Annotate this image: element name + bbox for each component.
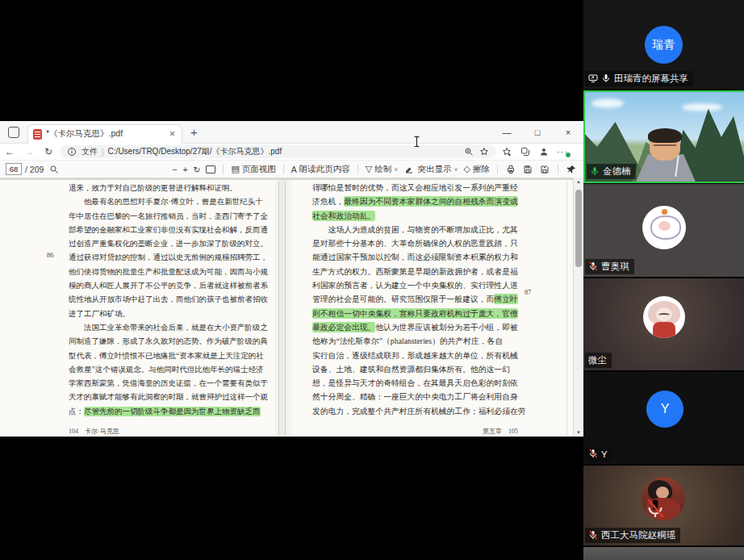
margin-page-number-right: 87 (525, 288, 532, 296)
address-prefix: 文件 (82, 146, 98, 157)
participant-tile-jindenan[interactable]: 金德楠 (583, 90, 744, 183)
participant-tile-partial[interactable] (583, 547, 744, 560)
book-text-line: 间制造了嫌隙，形成了永久敌对的态势。作为破产阶级的典 (69, 335, 261, 349)
book-spine-line (278, 182, 279, 435)
margin-page-number-left: 86 (47, 251, 54, 259)
fit-page-icon[interactable] (206, 165, 215, 173)
text-cursor-ibeam (413, 136, 420, 148)
tab-title: *《卡尔马克思》.pdf (46, 128, 164, 140)
book-text-line: 会救星”这个错误观念。与他同时代但比他年长的瑞士经济 (69, 363, 261, 377)
address-bar[interactable]: 文件 | C:/Users/TRQ/Desktop/27期/《卡尔马克思》.pd… (60, 145, 496, 158)
minimize-button[interactable]: — (491, 122, 522, 143)
scroll-down-icon[interactable]: ▼ (574, 428, 583, 437)
rotate-button[interactable]: ↻ (194, 165, 201, 174)
maximize-button[interactable]: □ (522, 122, 553, 143)
tab-actions-icon[interactable] (8, 127, 19, 138)
participant-label: 金德楠 (587, 164, 636, 179)
avatar-anime-girl (643, 296, 685, 338)
participant-tile-ruiqing[interactable]: 瑞青 田瑞青的屏幕共享 (583, 0, 744, 89)
pdf-tool-group: − + ↻ ▤ 页面视图 A 朗读此页内容 ▽ 绘制 ∨ (172, 164, 577, 175)
book-text-line: 他最有名的思想对手夏尔·傅立叶，曾是在新世纪头十 (69, 195, 261, 209)
pdf-content-area: 退来，致力于对自己阶级的更替进行解释和证明。 他最有名的思想对手夏尔·傅立叶，曾… (0, 178, 583, 437)
save-icon[interactable] (522, 164, 533, 175)
back-button[interactable]: ← (0, 146, 19, 157)
book-text-line: 利国家的预言者，认为建立一个中央集权的、实行理性人道 (312, 278, 524, 292)
book-text-line: 通过获得对贷款的控制，通过以史无前例的规模招聘劳工， (69, 251, 261, 265)
book-page-right: 得哪怕是暂时的优势，而这又会相应地引发一系列的严重经济危机，最终因为不同资本家群… (312, 181, 524, 418)
favorite-star-icon[interactable] (479, 146, 490, 157)
mic-muted-overlay-icon (645, 498, 666, 522)
book-text-line: 生产方式的权力。西斯蒙第是早期的新政拥护者，或者是福 (312, 265, 524, 278)
page-view-icon: ▤ (231, 164, 239, 174)
divider (357, 165, 358, 174)
mic-icon (601, 73, 611, 85)
mic-muted-icon (588, 449, 598, 460)
book-text-line: 社会和政治动乱。 (312, 209, 524, 223)
eraser-icon: ◇ (464, 164, 470, 174)
search-icon[interactable] (48, 164, 60, 175)
person-glasses (654, 144, 676, 149)
new-tab-button[interactable]: + (190, 125, 198, 139)
mic-muted-icon (588, 530, 598, 541)
mic-muted-icon (588, 261, 598, 273)
read-aloud-button[interactable]: A 朗读此页内容 (291, 164, 350, 175)
scrollbar-thumb[interactable] (575, 190, 582, 267)
pin-toolbar-icon[interactable] (566, 164, 577, 175)
participant-tile-zhaotongyao[interactable]: 西工大马院赵桐瑶 (583, 466, 744, 545)
pdf-scrollbar[interactable]: ▲ ▼ (574, 178, 583, 437)
book-spine-shadow (273, 180, 294, 437)
browser-window: *《卡尔马克思》.pdf × + — □ × ← → ↻ 文件 | C:/Use… (0, 121, 583, 437)
book-text-line: 法国工业革命带来的社会后果，就是在大小资产阶级之 (69, 321, 261, 335)
avatar-initials: Y (661, 402, 670, 416)
zoom-out-button[interactable]: − (172, 165, 177, 174)
participant-tile-caoaoqi[interactable]: 曹奥琪 (583, 184, 744, 277)
book-text-line: 能通过国家干预加以控制，而这必须限制资本积累的权力和 (312, 250, 524, 264)
book-text-line: 这场人为造成的贫困，与物资的不断增加成正比，尤其 (312, 223, 524, 236)
browser-menu-icon[interactable]: ··· (557, 147, 568, 157)
participant-tile-y[interactable]: Y Y (583, 372, 744, 464)
avatar-initials: 瑞青 (653, 38, 675, 52)
browser-toolbar: ← → ↻ 文件 | C:/Users/TRQ/Desktop/27期/《卡尔马… (0, 144, 583, 160)
address-separator: | (102, 148, 104, 157)
draw-button[interactable]: ▽ 绘制 ∨ (366, 164, 399, 175)
profile-avatar-icon[interactable] (538, 146, 550, 157)
update-badge (565, 152, 571, 158)
book-text-line: 过创造严重集权化的垄断企业，进一步加深了阶级的对立。 (69, 237, 261, 251)
book-text-line: 暴政必定会出现。他认为世界应该被划分为若干小组，即被 (312, 320, 524, 334)
multi-tab-icon[interactable] (520, 146, 531, 157)
chevron-down-icon[interactable]: ∨ (454, 166, 458, 173)
right-page-footer: 第五章 105 (403, 427, 518, 436)
divider (223, 165, 224, 174)
zoom-page-icon[interactable] (463, 146, 474, 157)
close-button[interactable]: × (553, 122, 583, 143)
window-controls: — □ × (491, 122, 583, 143)
browser-tab[interactable]: *《卡尔马克思》.pdf × (27, 124, 182, 144)
print-icon[interactable] (505, 164, 516, 175)
refresh-button[interactable]: ↻ (39, 146, 58, 157)
page-number-input[interactable]: 68 (6, 163, 22, 175)
zoom-in-button[interactable]: + (182, 165, 187, 174)
screen-share-banner: 田瑞青的屏幕共享 (585, 71, 693, 86)
mic-on-icon (590, 166, 600, 178)
save-as-icon[interactable] (539, 164, 550, 175)
avatar: 瑞青 (645, 26, 683, 64)
page-view-button[interactable]: ▤ 页面视图 (231, 164, 275, 175)
highlight-button[interactable]: 突出显示 ∨ (403, 164, 458, 175)
share-label: 田瑞青的屏幕共享 (614, 73, 688, 85)
pdf-toolbar: 68 / 209 − + ↻ ▤ 页面视图 A 朗读此页内容 (0, 160, 583, 178)
book-text-line: 进了工厂和矿场。 (69, 307, 261, 321)
screen-share-icon (588, 73, 598, 85)
tab-close-icon[interactable]: × (168, 128, 177, 140)
book-text-line: 年中居住在巴黎的一名旅行推销员，当时，圣西门寄予了全 (69, 210, 261, 224)
collections-star-icon[interactable] (501, 146, 512, 157)
book-text-line: 型代表，傅立叶愤恨不已地痛批“资本家就是上天注定的社 (69, 349, 261, 363)
scroll-up-icon[interactable]: ▲ (574, 178, 583, 186)
avatar-sheep-cartoon (642, 206, 686, 249)
forward-button: → (19, 146, 39, 157)
book-text-line: 是对那些十分基本的、大革命所确保的人权的恶意践踏，只 (312, 236, 524, 250)
info-icon[interactable] (66, 146, 77, 157)
participant-tile-weichen[interactable]: 微尘 (583, 278, 744, 370)
left-page-footer: 104 卡尔·马克思 (69, 427, 119, 436)
chevron-down-icon[interactable]: ∨ (394, 166, 398, 173)
erase-button[interactable]: ◇ 擦除 (464, 164, 490, 175)
